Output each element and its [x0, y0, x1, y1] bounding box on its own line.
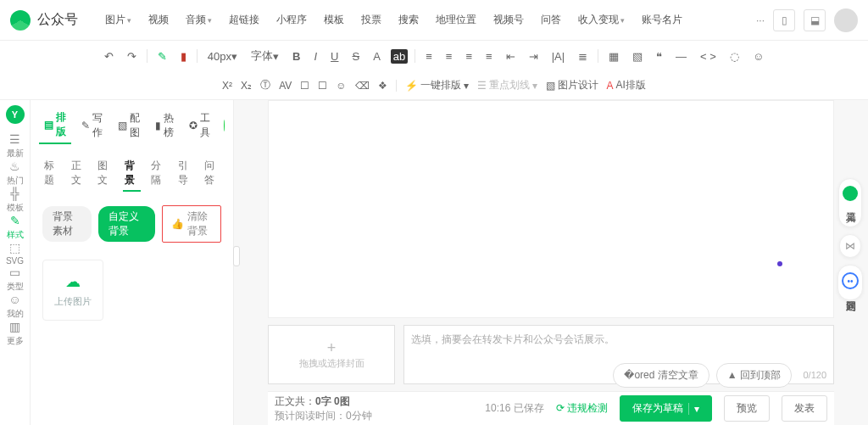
panel-tab-配图[interactable]: ▧配图: [113, 108, 145, 143]
ellipsis-icon[interactable]: ◌: [726, 48, 743, 64]
topmenu-4[interactable]: 小程序: [270, 9, 314, 31]
subtab-分隔[interactable]: 分隔: [149, 156, 168, 192]
back-to-top-button[interactable]: ▲ 回到顶部: [716, 363, 792, 388]
line-height-icon[interactable]: |A|: [548, 48, 568, 64]
tool-t6-icon[interactable]: ⌫: [355, 80, 370, 92]
align-center-icon[interactable]: ≡: [442, 48, 456, 64]
indent-left-icon[interactable]: ⇤: [503, 48, 519, 64]
format-toolbar-2: X² X₂ Ⓣ AV ☐ ☐ ☺ ⌫ ❖ ⚡一键排版 ▾ ☰ 重点划线 ▾ ▧ …: [0, 71, 868, 100]
subscript-icon[interactable]: X₂: [241, 80, 252, 92]
keyline-button[interactable]: ☰ 重点划线 ▾: [477, 78, 537, 92]
clear-background-button[interactable]: 👍清除背景: [162, 205, 221, 243]
divider-icon[interactable]: —: [672, 48, 690, 64]
table-icon[interactable]: ▦: [605, 48, 622, 64]
clear-article-button[interactable]: �ored 清空文章: [613, 363, 709, 388]
topmenu-0[interactable]: 图片: [98, 9, 138, 31]
rail-logo[interactable]: Y: [6, 105, 25, 124]
topmenu-12[interactable]: 账号名片: [635, 9, 689, 31]
editor-canvas[interactable]: [268, 100, 834, 318]
tab-icon: ✪: [189, 120, 198, 131]
topmenu-5[interactable]: 模板: [317, 9, 351, 31]
quote-icon[interactable]: ❝: [653, 48, 665, 64]
feedback-pill[interactable]: •• 遇到问题: [837, 265, 863, 300]
rail-icon: ☰: [9, 132, 20, 146]
topmenu-3[interactable]: 超链接: [222, 9, 266, 31]
cover-picker[interactable]: + 拖拽或选择封面: [268, 325, 395, 384]
panel-tab-排版[interactable]: ▤排版: [39, 107, 71, 144]
assist-pill[interactable]: ⋈: [839, 234, 861, 258]
rail-item-更多[interactable]: ▥更多: [6, 320, 24, 347]
rail-item-SVG[interactable]: ⬚SVG: [6, 241, 24, 266]
onekey-layout-button[interactable]: ⚡一键排版 ▾: [405, 78, 469, 92]
tool-t5-icon[interactable]: ☺: [336, 80, 346, 92]
topmenu-9[interactable]: 视频号: [487, 9, 531, 31]
subtab-正文[interactable]: 正文: [70, 156, 88, 192]
upload-image-button[interactable]: ☁ 上传图片: [42, 260, 103, 321]
topmenu-1[interactable]: 视频: [142, 9, 175, 31]
bg-color-button[interactable]: ab: [391, 49, 408, 64]
panel-resize-handle[interactable]: [233, 246, 240, 266]
toolbox-pill[interactable]: 工具箱 ‹: [838, 178, 862, 227]
topmenu-10[interactable]: 问答: [534, 9, 568, 31]
font-color-button[interactable]: A: [370, 48, 384, 64]
undo-icon[interactable]: ↶: [101, 48, 117, 64]
avatar[interactable]: [834, 8, 858, 32]
tool-t4-icon[interactable]: ☐: [318, 80, 327, 92]
publish-button[interactable]: 发表: [782, 395, 827, 422]
preview-button[interactable]: 预览: [724, 395, 770, 422]
save-icon[interactable]: ⬓: [804, 9, 826, 31]
rail-item-热门[interactable]: ♨热门: [6, 159, 24, 187]
image-design-button[interactable]: ▧ 图片设计: [546, 78, 598, 92]
underline-button[interactable]: U: [327, 48, 342, 64]
rail-item-我的[interactable]: ☺我的: [6, 293, 24, 320]
rail-icon: ✎: [10, 214, 20, 227]
editor-footer: 正文共：0字 0图 预计阅读时间：0分钟 10:16 已保存 ⟳ 违规检测 保存…: [268, 391, 834, 425]
code-icon[interactable]: < >: [697, 48, 720, 64]
panel-tab-工具[interactable]: ✪工具: [184, 108, 215, 143]
bold-button[interactable]: B: [289, 48, 303, 64]
phone-preview-icon[interactable]: ▯: [773, 9, 795, 31]
paint-icon[interactable]: ▮: [177, 48, 190, 64]
rail-item-类型[interactable]: ▭类型: [6, 266, 24, 293]
panel-tab-写作[interactable]: ✎写作: [76, 108, 108, 143]
tool-t1-icon[interactable]: Ⓣ: [260, 78, 270, 92]
rail-label: 热门: [7, 175, 24, 187]
tool-t7-icon[interactable]: ❖: [378, 80, 387, 92]
more-menu[interactable]: ···: [756, 14, 765, 26]
subtab-问答[interactable]: 问答: [203, 156, 221, 192]
subtab-引导[interactable]: 引导: [176, 156, 195, 192]
subtab-标题[interactable]: 标题: [42, 156, 61, 192]
ai-layout-button[interactable]: A AI排版: [607, 78, 646, 92]
tool-t3-icon[interactable]: ☐: [300, 80, 309, 92]
chip-custom-bg[interactable]: 自定义背景: [98, 206, 155, 242]
emoji-icon[interactable]: ☺: [749, 48, 767, 64]
topmenu-8[interactable]: 地理位置: [429, 9, 483, 31]
chip-bg-material[interactable]: 背景素材: [42, 206, 92, 242]
rail-item-最新[interactable]: ☰最新: [6, 132, 24, 159]
superscript-icon[interactable]: X²: [222, 80, 232, 92]
tool-t2-icon[interactable]: AV: [279, 80, 292, 92]
italic-button[interactable]: I: [310, 48, 320, 64]
topmenu-6[interactable]: 投票: [354, 9, 388, 31]
topmenu-2[interactable]: 音频: [179, 9, 219, 31]
font-size-select[interactable]: 40px ▾: [204, 48, 241, 64]
topmenu-7[interactable]: 搜索: [392, 9, 426, 31]
rail-item-模板[interactable]: ╬模板: [6, 187, 24, 214]
align-left-icon[interactable]: ≡: [422, 48, 436, 64]
align-justify-icon[interactable]: ≡: [482, 48, 496, 64]
subtab-背景[interactable]: 背景: [123, 156, 142, 192]
image-icon[interactable]: ▧: [629, 48, 646, 64]
save-draft-button[interactable]: 保存为草稿▾: [620, 395, 712, 422]
subtab-图文[interactable]: 图文: [96, 156, 114, 192]
redo-icon[interactable]: ↷: [124, 48, 140, 64]
violation-check-link[interactable]: ⟳ 违规检测: [556, 401, 608, 416]
indent-right-icon[interactable]: ⇥: [526, 48, 542, 64]
panel-tab-热榜[interactable]: ▮热榜: [150, 108, 179, 143]
align-right-icon[interactable]: ≡: [462, 48, 476, 64]
font-family-select[interactable]: 字体 ▾: [248, 47, 282, 65]
list-icon[interactable]: ≣: [575, 48, 591, 64]
rail-item-样式[interactable]: ✎样式: [6, 214, 24, 241]
strike-button[interactable]: S: [348, 48, 363, 64]
format-brush-icon[interactable]: ✎: [154, 48, 170, 64]
topmenu-11[interactable]: 收入变现: [571, 9, 632, 31]
